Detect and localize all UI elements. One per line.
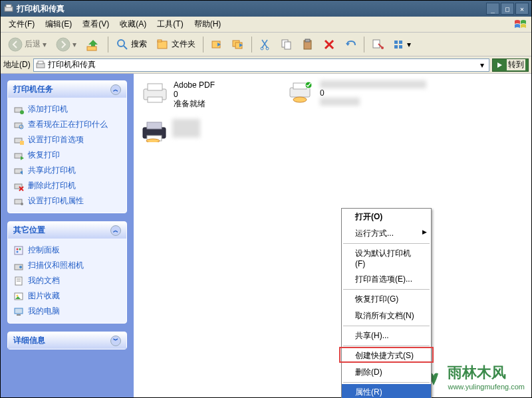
titlebar[interactable]: 打印机和传真 _ □ ✕ (1, 1, 531, 17)
printer-text: Adobe PDF 0 准备就绪 (174, 80, 215, 108)
svg-point-47 (17, 294, 19, 296)
printer-item-2[interactable]: 0 (287, 80, 426, 106)
address-bar: 地址(D) 打印机和传真 ▾ 转到 (1, 56, 531, 74)
menu-open[interactable]: 打开(O) (342, 209, 431, 225)
window-title: 打印机和传真 (17, 3, 486, 15)
task-resume-print[interactable]: 恢复打印 (13, 148, 121, 163)
delete-button[interactable] (320, 36, 338, 53)
menubar: 文件(F) 编辑(E) 查看(V) 收藏(A) 工具(T) 帮助(H) (1, 17, 531, 33)
views-button[interactable]: ▾ (390, 36, 414, 53)
panel-header[interactable]: 其它位置︽ (8, 222, 126, 239)
menu-properties[interactable]: 属性(R) (342, 384, 431, 398)
up-button[interactable] (82, 36, 104, 53)
collapse-icon[interactable]: ︽ (110, 84, 121, 95)
maximize-button[interactable]: □ (501, 3, 514, 15)
menu-resume[interactable]: 恢复打印(G) (342, 291, 431, 308)
expand-icon[interactable]: ︾ (110, 336, 121, 346)
printer-count: 0 (320, 88, 426, 98)
svg-rect-20 (394, 41, 398, 44)
menu-view[interactable]: 查看(V) (77, 17, 114, 31)
printer-view-icon (13, 120, 24, 130)
copy-button[interactable] (277, 36, 296, 53)
menu-preferences[interactable]: 打印首选项(E)... (342, 271, 431, 288)
close-button[interactable]: ✕ (515, 3, 529, 15)
panel-header[interactable]: 打印机任务︽ (8, 81, 126, 98)
svg-rect-17 (305, 39, 310, 42)
panel-title: 其它位置 (13, 225, 45, 236)
printer-item-selected[interactable] (140, 119, 200, 143)
back-button[interactable]: 后退▾ (5, 36, 50, 53)
task-share-printer[interactable]: 共享此打印机 (13, 163, 121, 178)
dropdown-icon[interactable]: ▾ (477, 60, 487, 70)
address-input[interactable]: 打印机和传真 ▾ (33, 58, 489, 72)
main-area[interactable]: Adobe PDF 0 准备就绪 0 打开(O) 运行方式...▶ 设为默认打印… (134, 74, 531, 397)
printer-pref-icon (13, 135, 24, 146)
move-to-button[interactable] (207, 36, 226, 53)
link-scanners-cameras[interactable]: 扫描仪和照相机 (13, 258, 121, 273)
copy-to-button[interactable] (229, 36, 247, 53)
task-label: 查看现在正在打印什么 (28, 119, 108, 130)
link-label: 控制面板 (28, 245, 60, 256)
content-area: 打印机任务︽ 添加打印机 查看现在正在打印什么 设置打印首选项 恢复打印 共享此… (1, 74, 531, 397)
cut-button[interactable] (256, 36, 275, 53)
printer-resume-icon (13, 150, 24, 161)
menu-label: 运行方式... (355, 229, 394, 238)
collapse-icon[interactable]: ︽ (110, 225, 121, 236)
printer-icon (35, 60, 46, 70)
task-set-preferences[interactable]: 设置打印首选项 (13, 132, 121, 148)
printer-name-redacted (172, 119, 200, 138)
search-button[interactable]: 搜索 (112, 36, 150, 53)
menu-separator (343, 289, 430, 290)
task-label: 删除此打印机 (28, 180, 76, 191)
menu-delete[interactable]: 删除(D) (342, 364, 431, 381)
task-add-printer[interactable]: 添加打印机 (13, 102, 121, 117)
network-printer-icon (287, 80, 316, 104)
separator (108, 37, 108, 52)
menu-favorites[interactable]: 收藏(A) (114, 17, 152, 31)
printer-status: 准备就绪 (174, 99, 215, 108)
task-printer-properties[interactable]: 设置打印机属性 (13, 193, 121, 209)
task-delete-printer[interactable]: 删除此打印机 (13, 178, 121, 193)
link-my-documents[interactable]: 我的文档 (13, 273, 121, 288)
svg-rect-37 (15, 247, 23, 254)
watermark-url: www.yulingmufeng.com (448, 383, 525, 391)
folders-button[interactable]: 文件夹 (153, 36, 199, 53)
undo-button[interactable] (341, 36, 360, 53)
panel-title: 打印机任务 (13, 84, 53, 95)
minimize-button[interactable]: _ (486, 3, 499, 15)
svg-rect-4 (87, 47, 96, 50)
svg-point-39 (19, 248, 21, 250)
properties-button[interactable] (368, 36, 387, 53)
link-my-computer[interactable]: 我的电脑 (13, 304, 121, 319)
menu-edit[interactable]: 编辑(E) (40, 17, 77, 31)
menu-shortcut[interactable]: 创建快捷方式(S) (342, 348, 431, 364)
menu-file[interactable]: 文件(F) (3, 17, 40, 31)
menu-share[interactable]: 共享(H)... (342, 328, 431, 344)
menu-help[interactable]: 帮助(H) (189, 17, 227, 31)
menu-cancel-all[interactable]: 取消所有文档(N) (342, 308, 431, 324)
svg-point-40 (17, 250, 19, 252)
go-button[interactable]: 转到 (492, 58, 529, 72)
address-value: 打印机和传真 (46, 59, 477, 70)
menu-run-as[interactable]: 运行方式...▶ (342, 225, 431, 242)
printer-status-redacted (320, 98, 360, 106)
separator (364, 37, 364, 52)
context-menu: 打开(O) 运行方式...▶ 设为默认打印机(F) 打印首选项(E)... 恢复… (341, 208, 432, 398)
menu-tools[interactable]: 工具(T) (152, 17, 188, 31)
computer-icon (13, 306, 24, 317)
window: 打印机和传真 _ □ ✕ 文件(F) 编辑(E) 查看(V) 收藏(A) 工具(… (0, 0, 532, 398)
panel-header[interactable]: 详细信息︾ (8, 332, 126, 349)
printer-name: Adobe PDF (174, 80, 215, 90)
link-control-panel[interactable]: 控制面板 (13, 243, 121, 258)
link-my-pictures[interactable]: 图片收藏 (13, 288, 121, 304)
svg-rect-52 (148, 97, 162, 102)
documents-icon (13, 276, 24, 286)
app-icon (3, 3, 14, 14)
task-view-printing[interactable]: 查看现在正在打印什么 (13, 117, 121, 132)
menu-set-default[interactable]: 设为默认打印机(F) (342, 245, 431, 271)
svg-rect-31 (20, 141, 24, 145)
forward-button[interactable]: ▾ (53, 36, 80, 53)
printer-icon (140, 119, 168, 143)
paste-button[interactable] (299, 36, 317, 53)
printer-item-adobe-pdf[interactable]: Adobe PDF 0 准备就绪 (140, 80, 280, 108)
